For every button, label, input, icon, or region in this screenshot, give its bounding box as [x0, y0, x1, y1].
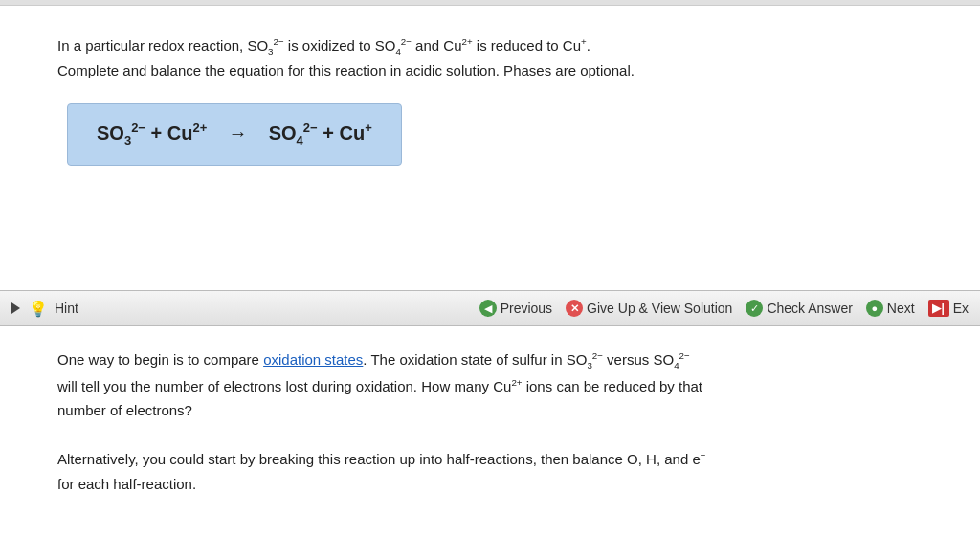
problem-text: In a particular redox reaction, SO32− is…	[57, 34, 932, 82]
hint-paragraph-1: One way to begin is to compare oxidation…	[57, 347, 932, 374]
check-label: Check Answer	[767, 301, 852, 316]
hint-content: One way to begin is to compare oxidation…	[0, 326, 980, 515]
next-icon: ●	[866, 300, 883, 317]
giveup-button[interactable]: ✕ Give Up & View Solution	[566, 300, 732, 317]
equation-text: SO32− + Cu2+ → SO42− + Cu+	[97, 123, 372, 144]
hint-paragraph-4: Alternatively, you could start by breaki…	[57, 447, 932, 472]
main-content: In a particular redox reaction, SO32− is…	[0, 6, 980, 290]
next-button[interactable]: ● Next	[866, 300, 915, 317]
toolbar: 💡 Hint ◀ Previous ✕ Give Up & View Solut…	[0, 290, 980, 326]
hint-paragraph-2: will tell you the number of electrons lo…	[57, 374, 932, 399]
exit-label: Ex	[953, 301, 969, 316]
giveup-icon: ✕	[566, 300, 583, 317]
problem-instruction: Complete and balance the equation for th…	[57, 59, 932, 82]
problem-intro: In a particular redox reaction, SO32− is…	[57, 34, 932, 59]
previous-button[interactable]: ◀ Previous	[479, 300, 552, 317]
hint-section: 💡 Hint	[11, 300, 479, 318]
hint-paragraph-3: number of electrons?	[57, 398, 932, 423]
giveup-label: Give Up & View Solution	[587, 301, 732, 316]
exit-icon: ▶|	[928, 300, 949, 317]
hint-paragraph-5: for each half-reaction.	[57, 472, 932, 497]
hint-label[interactable]: Hint	[55, 301, 78, 316]
equation-box: SO32− + Cu2+ → SO42− + Cu+	[67, 103, 402, 167]
hint-bulb-icon: 💡	[29, 300, 48, 318]
toolbar-buttons: ◀ Previous ✕ Give Up & View Solution ✓ C…	[479, 300, 969, 317]
previous-label: Previous	[501, 301, 552, 316]
exit-button[interactable]: ▶| Ex	[928, 300, 969, 317]
next-label: Next	[887, 301, 915, 316]
check-answer-button[interactable]: ✓ Check Answer	[746, 300, 852, 317]
check-icon: ✓	[746, 300, 763, 317]
oxidation-states-link[interactable]: oxidation states	[263, 351, 363, 368]
previous-icon: ◀	[479, 300, 497, 317]
spacer	[57, 194, 932, 271]
hint-triangle-icon	[11, 302, 20, 314]
